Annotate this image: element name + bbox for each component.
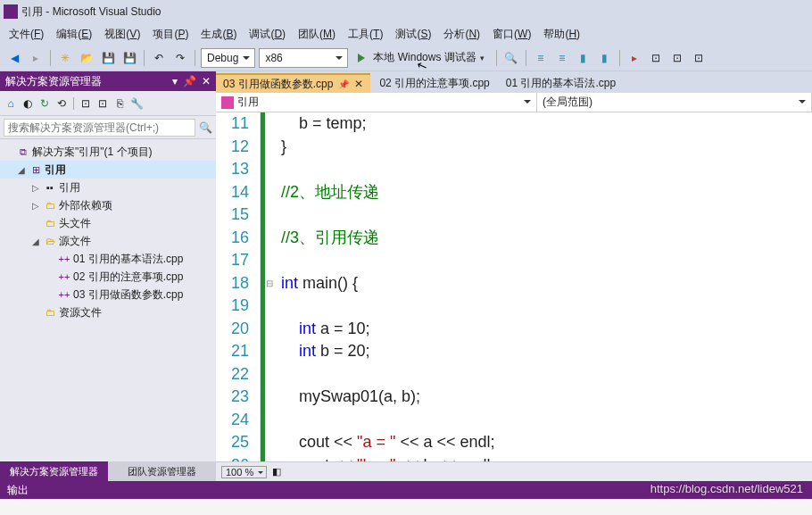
tab-solution-explorer[interactable]: 解决方案资源管理器 — [0, 461, 108, 481]
code-editor[interactable]: 11121314151617181920212223242526 b = tem… — [216, 112, 812, 461]
menu-h[interactable]: 帮助(H) — [538, 25, 585, 44]
line-gutter: 11121314151617181920212223242526 — [216, 112, 261, 461]
editor-area: 03 引用做函数参数.cpp📌✕02 引用的注意事项.cpp01 引用的基本语法… — [216, 71, 812, 481]
node-label: 引用 — [45, 162, 66, 178]
showall-icon[interactable]: ⊡ — [95, 96, 110, 111]
split-icon[interactable]: ◧ — [272, 466, 281, 478]
menu-e[interactable]: 编辑(E) — [51, 25, 97, 44]
save-all-button[interactable]: 💾 — [120, 49, 138, 67]
scope-label: 引用 — [237, 95, 259, 110]
new-project-button[interactable]: ✳ — [56, 49, 74, 67]
source-file-item[interactable]: ++03 引用做函数参数.cpp — [0, 286, 216, 303]
window-position-icon[interactable]: ▾ — [172, 75, 178, 87]
search-input[interactable] — [4, 119, 195, 137]
sync-icon[interactable]: ↻ — [37, 96, 52, 111]
source-file-item[interactable]: ++02 引用的注意事项.cpp — [0, 268, 216, 286]
menu-m[interactable]: 团队(M) — [293, 25, 341, 44]
close-icon[interactable]: ✕ — [202, 75, 211, 87]
comment-button[interactable]: ≡ — [532, 49, 550, 67]
node-label: 源文件 — [59, 234, 91, 249]
panel-tabs: 解决方案资源管理器 团队资源管理器 — [0, 461, 216, 481]
bookmark-button[interactable]: ▮ — [575, 49, 592, 67]
node-label: 02 引用的注意事项.cpp — [73, 270, 183, 285]
editor-tab[interactable]: 02 引用的注意事项.cpp — [372, 73, 496, 93]
menubar: 文件(F)编辑(E)视图(V)项目(P)生成(B)调试(D)团队(M)工具(T)… — [0, 23, 812, 45]
menu-w[interactable]: 窗口(W) — [487, 25, 536, 44]
solution-explorer-toolbar: ⌂ ◐ ↻ ⟲ ⊡ ⊡ ⎘ 🔧 — [0, 91, 216, 116]
platform-dropdown[interactable]: x86 — [259, 48, 348, 68]
solution-icon: ⧉ — [16, 145, 30, 158]
open-button[interactable]: 📂 — [78, 49, 95, 67]
node-label: 引用 — [59, 180, 80, 195]
sources-node[interactable]: ◢ 🗁 源文件 — [0, 232, 216, 250]
references-node[interactable]: ▷ ▪▪ 引用 — [0, 179, 216, 196]
pending-icon[interactable]: ⊡ — [79, 96, 93, 111]
titlebar: 引用 - Microsoft Visual Studio — [0, 0, 812, 23]
menu-v[interactable]: 视图(V) — [99, 25, 145, 44]
editor-status-bar: 100 % ◧ — [216, 461, 812, 481]
twisty-icon[interactable]: ▷ — [30, 183, 41, 193]
code-content[interactable]: b = temp;} //2、地址传递 //3、引用传递 ⊟int main()… — [265, 112, 812, 461]
solution-node[interactable]: ⧉ 解决方案"引用"(1 个项目) — [0, 143, 216, 161]
redo-button[interactable]: ↷ — [171, 49, 189, 67]
window-title: 引用 - Microsoft Visual Studio — [21, 4, 162, 20]
run-debugger-button[interactable]: 本地 Windows 调试器 ▾ — [352, 48, 490, 68]
find-button[interactable]: 🔍 — [502, 49, 520, 67]
fold-icon[interactable]: ⊟ — [265, 272, 274, 295]
properties-icon[interactable]: 🔧 — [129, 96, 144, 111]
close-icon[interactable]: ✕ — [354, 78, 363, 90]
menu-f[interactable]: 文件(F) — [4, 25, 49, 44]
home-icon[interactable]: ⌂ — [4, 96, 18, 111]
menu-n[interactable]: 分析(N) — [438, 25, 485, 44]
node-label: 解决方案"引用"(1 个项目) — [32, 145, 153, 160]
menu-t[interactable]: 工具(T) — [343, 25, 388, 44]
zoom-dropdown[interactable]: 100 % — [221, 466, 267, 478]
folder-icon: 🗀 — [43, 199, 57, 212]
undo-button[interactable]: ↶ — [150, 49, 168, 67]
twisty-icon[interactable]: ◢ — [16, 165, 27, 175]
node-label: 头文件 — [59, 216, 91, 231]
twisty-icon[interactable]: ▷ — [30, 201, 41, 211]
search-icon[interactable]: 🔍 — [199, 121, 212, 134]
folder-icon: 🗀 — [43, 306, 57, 319]
tool-a-button[interactable]: ⊡ — [647, 49, 665, 67]
menu-b[interactable]: 生成(B) — [195, 25, 242, 44]
resources-node[interactable]: 🗀 资源文件 — [0, 303, 216, 321]
copy-icon[interactable]: ⎘ — [112, 96, 127, 111]
pin-icon[interactable]: 📌 — [183, 75, 196, 87]
refresh-icon[interactable]: ⟲ — [54, 96, 69, 111]
search-row: 🔍 — [0, 116, 216, 139]
collapse-icon[interactable]: ◐ — [21, 96, 35, 111]
headers-node[interactable]: 🗀 头文件 — [0, 214, 216, 232]
node-label: 03 引用做函数参数.cpp — [73, 287, 183, 303]
watermark: https://blog.csdn.net/lidew521 — [650, 482, 803, 495]
config-dropdown[interactable]: Debug — [201, 48, 255, 68]
tab-team-explorer[interactable]: 团队资源管理器 — [108, 461, 216, 481]
flag-button[interactable]: ▸ — [626, 49, 643, 67]
external-deps-node[interactable]: ▷ 🗀 外部依赖项 — [0, 196, 216, 214]
scope-dropdown[interactable]: 引用 — [216, 93, 537, 112]
tab-label: 02 引用的注意事项.cpp — [379, 76, 489, 91]
cpp-file-icon: ++ — [57, 288, 71, 301]
editor-tab[interactable]: 03 引用做函数参数.cpp📌✕ — [216, 73, 370, 93]
node-label: 外部依赖项 — [59, 198, 112, 213]
twisty-icon[interactable]: ◢ — [30, 237, 41, 246]
tool-c-button[interactable]: ⊡ — [690, 49, 708, 67]
pin-icon[interactable]: 📌 — [338, 79, 349, 89]
project-icon — [221, 96, 234, 109]
tab-label: 03 引用做函数参数.cpp — [223, 77, 333, 92]
member-dropdown[interactable]: (全局范围) — [537, 93, 812, 112]
save-button[interactable]: 💾 — [99, 49, 117, 67]
solution-tree[interactable]: ⧉ 解决方案"引用"(1 个项目) ◢ ⊞ 引用 ▷ ▪▪ 引用 ▷ 🗀 外部依… — [0, 139, 216, 461]
source-file-item[interactable]: ++01 引用的基本语法.cpp — [0, 250, 216, 268]
menu-s[interactable]: 测试(S) — [390, 25, 436, 44]
tool-b-button[interactable]: ⊡ — [668, 49, 686, 67]
uncomment-button[interactable]: ≡ — [553, 49, 571, 67]
nav-fwd-button[interactable]: ▸ — [27, 49, 45, 67]
project-node[interactable]: ◢ ⊞ 引用 — [0, 161, 216, 179]
editor-tab[interactable]: 01 引用的基本语法.cpp — [499, 73, 623, 93]
indent-button[interactable]: ▮ — [596, 49, 614, 67]
menu-d[interactable]: 调试(D) — [244, 25, 291, 44]
menu-p[interactable]: 项目(P) — [147, 25, 194, 44]
nav-back-button[interactable]: ◀ — [5, 49, 23, 67]
